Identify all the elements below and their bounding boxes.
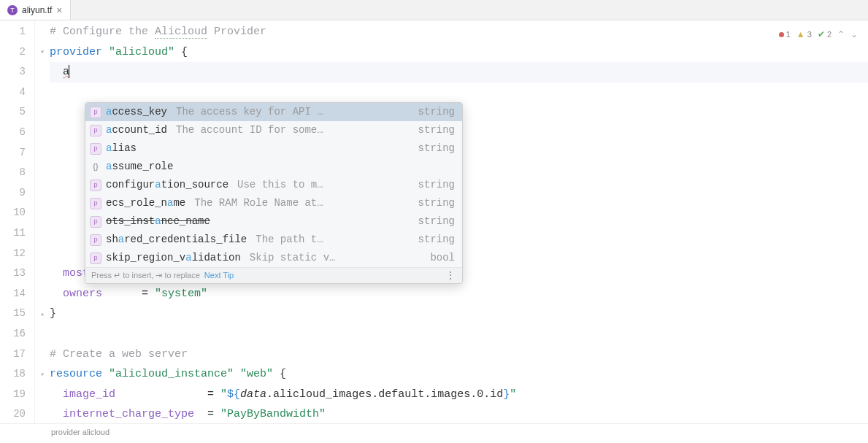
completion-desc: The account ID for some…: [176, 120, 414, 141]
warning-indicator[interactable]: ▲3: [796, 25, 812, 45]
completion-desc: Use this to m…: [237, 175, 414, 196]
completion-item[interactable]: pshared_credentials_fileThe path t…strin…: [85, 231, 462, 249]
property-kind-icon: p: [90, 253, 101, 264]
property-kind-icon: p: [90, 143, 101, 155]
chevron-up-icon[interactable]: ⌃: [837, 25, 845, 45]
fold-up-icon[interactable]: ▴: [38, 304, 47, 325]
code-line[interactable]: # Configure the Alicloud Provider: [50, 22, 868, 42]
completion-type: string: [418, 102, 455, 122]
code-line[interactable]: internet_charge_type = "PayByBandwidth": [50, 404, 868, 425]
fold-icon[interactable]: ▾: [38, 42, 47, 63]
completion-type: string: [418, 230, 455, 250]
completion-footer: Press ↵ to insert, ⇥ to replace Next Tip…: [85, 267, 462, 283]
completion-desc: Skip static v…: [250, 248, 426, 269]
breadcrumb-bar: provider alicloud: [0, 423, 868, 440]
code-line[interactable]: ▾resource "alicloud_instance" "web" {: [50, 364, 868, 385]
code-area[interactable]: 1 ▲3 ✔2 ⌃ ⌄ # Configure the Alicloud Pro…: [35, 20, 868, 423]
code-line[interactable]: ▴}: [50, 304, 868, 324]
completion-name: configuration_source: [106, 175, 228, 196]
code-line[interactable]: owners = "system": [50, 284, 868, 304]
completion-item[interactable]: paliasstring: [85, 139, 462, 158]
completion-desc: The access key for API …: [176, 102, 414, 122]
editor[interactable]: 12345678910 11121314151617181920 1 ▲3 ✔2…: [0, 20, 868, 423]
completion-name: assume_role: [106, 157, 173, 177]
chevron-down-icon[interactable]: ⌄: [850, 25, 858, 45]
code-line[interactable]: image_id = "${data.alicloud_images.defau…: [50, 385, 868, 405]
completion-name: alias: [106, 139, 137, 159]
completion-type: string: [418, 193, 455, 214]
completion-item[interactable]: pots_instance_namestring: [85, 212, 462, 231]
completion-desc: The RAM Role Name at…: [194, 193, 413, 214]
completion-desc: The path t…: [256, 230, 413, 250]
completion-item[interactable]: pskip_region_validationSkip static v…boo…: [85, 249, 462, 267]
tab-filename: aliyun.tf: [22, 5, 52, 15]
property-kind-icon: p: [90, 180, 101, 191]
fold-icon[interactable]: ▾: [38, 365, 47, 385]
completion-type: string: [418, 120, 455, 141]
completion-item[interactable]: paccess_keyThe access key for API …strin…: [85, 103, 462, 121]
terraform-icon: T: [7, 5, 18, 15]
ok-indicator[interactable]: ✔2: [818, 25, 831, 45]
completion-item[interactable]: pconfiguration_sourceUse this to m…strin…: [85, 176, 462, 194]
completion-name: access_key: [106, 102, 167, 122]
completion-popup: paccess_keyThe access key for API …strin…: [85, 102, 463, 284]
completion-type: string: [418, 139, 455, 159]
property-kind-icon: p: [90, 234, 101, 246]
line-gutter: 12345678910 11121314151617181920: [0, 20, 35, 423]
completion-name: account_id: [106, 120, 167, 141]
next-tip-link[interactable]: Next Tip: [204, 266, 234, 284]
property-kind-icon: p: [90, 125, 101, 136]
completion-item[interactable]: {}assume_role: [85, 158, 462, 176]
breadcrumb[interactable]: provider alicloud: [51, 428, 110, 436]
completion-name: shared_credentials_file: [106, 230, 247, 250]
property-kind-icon: p: [90, 198, 101, 209]
completion-type: string: [418, 175, 455, 196]
completion-hint: Press ↵ to insert, ⇥ to replace: [91, 266, 200, 284]
error-indicator[interactable]: 1: [779, 25, 791, 45]
property-kind-icon: p: [90, 216, 101, 228]
completion-type: string: [418, 212, 455, 232]
close-icon[interactable]: ×: [56, 5, 62, 15]
completion-name: ots_instance_name: [106, 212, 210, 232]
inspection-widget[interactable]: 1 ▲3 ✔2 ⌃ ⌄: [779, 25, 858, 45]
completion-item[interactable]: paccount_idThe account ID for some…strin…: [85, 121, 462, 139]
completion-name: ecs_role_name: [106, 193, 185, 214]
code-line[interactable]: ▾provider "alicloud" {: [50, 42, 868, 63]
code-line[interactable]: # Create a web server: [50, 344, 868, 365]
code-line-current[interactable]: a: [50, 62, 868, 82]
file-tab[interactable]: T aliyun.tf ×: [0, 0, 71, 20]
completion-item[interactable]: pecs_role_nameThe RAM Role Name at…strin…: [85, 194, 462, 212]
block-kind-icon: {}: [90, 161, 101, 173]
tab-bar: T aliyun.tf ×: [0, 0, 868, 20]
property-kind-icon: p: [90, 107, 101, 118]
more-icon[interactable]: ⋮: [445, 266, 456, 284]
